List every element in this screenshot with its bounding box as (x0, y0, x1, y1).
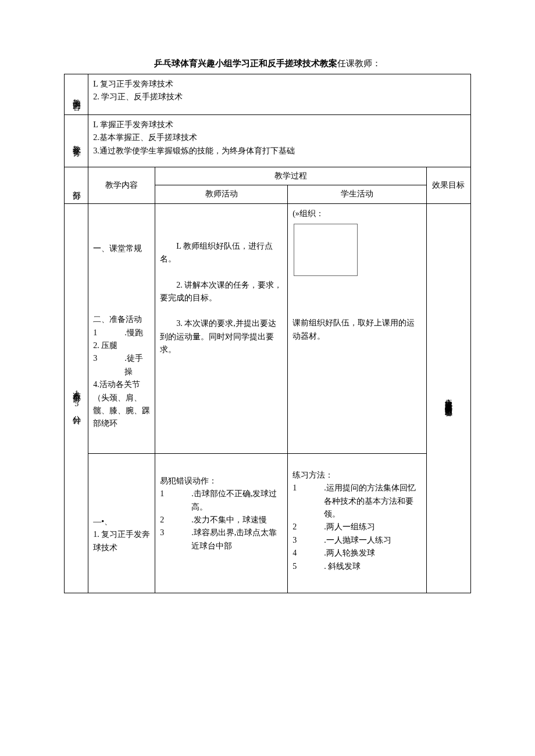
error-item: 2 .发力不集中，球速慢 (160, 514, 283, 526)
table-row: 教学任务 L 掌握正手发奔球技术 2.基本掌握正、反手搓球技术 3.通过教学使学… (65, 115, 471, 167)
task-line: 3.通过教学使学生掌握锻炼的技能，为终身体育打下基础 (93, 145, 466, 157)
prep-section-label: 准备部分15分钟 (65, 203, 88, 593)
org-label: (»组织： (293, 207, 422, 220)
lesson-plan-table: 教学内容 L 复习正手发奔球技术 2. 学习正、反手搓球技术 教学任务 L 掌握… (64, 74, 471, 593)
practice-item: 3 .一人抛球一人练习 (293, 534, 422, 547)
table-row: 准备部分15分钟 一、课堂常规 二、准备活动 1 .慢跑 2. 压腿 3 .徒手… (65, 203, 471, 453)
table-row: —•、 1. 复习正手发奔球技术 易犯错误动作： 1 .击球部位不正确,发球过高… (65, 453, 471, 593)
main-teacher-cell: 易犯错误动作： 1 .击球部位不正确,发球过高。 2 .发力不集中，球速慢 3 … (155, 453, 288, 593)
label-student-activity: 学生活动 (288, 185, 427, 203)
main-heading: —•、 (93, 515, 150, 528)
content-line: L 复习正手发奔球技术 (93, 78, 466, 91)
label-teacher-activity: 教师活动 (155, 185, 288, 203)
prep-content-cell: 一、课堂常规 二、准备活动 1 .慢跑 2. 压腿 3 .徒手操 4.活动各关节… (88, 203, 155, 453)
prep-teacher-cell: L 教师组织好队伍，进行点名。 2. 讲解本次课的任务，要求，要完成的目标。 3… (155, 203, 288, 453)
prep-item: 一、课堂常规 (93, 242, 150, 255)
formation-diagram (294, 224, 358, 276)
document-title: 乒乓球体育兴趣小组学习正和反手搓球技术教案任课教师： (64, 58, 471, 69)
label-section: 部分 (65, 167, 88, 204)
title-text: 乒乓球体育兴趣小组学习正和反手搓球技术教案 (154, 59, 337, 68)
teaching-task-cell: L 掌握正手发奔球技术 2.基本掌握正、反手搓球技术 3.通过教学使学生掌握锻炼… (88, 115, 471, 167)
main-item: 1. 复习正手发奔球技术 (93, 528, 150, 554)
label-effect: 效果目标 (426, 167, 470, 204)
teacher-para: 2. 讲解本次课的任务，要求，要完成的目标。 (160, 279, 283, 305)
teacher-label: 任课教师： (337, 59, 381, 68)
error-heading: 易犯错误动作： (160, 475, 283, 488)
practice-item: 5 . 斜线发球 (293, 560, 422, 573)
label-teaching-content: 教学内容 (65, 74, 88, 115)
practice-item: 4 .两人轮换发球 (293, 547, 422, 560)
practice-item: 1 .运用提问的方法集体回忆各种技术的基本方法和要领。 (293, 482, 422, 521)
content-line: 2. 学习正、反手搓球技术 (93, 91, 466, 103)
label-teaching-task: 教学任务 (65, 115, 88, 167)
label-teaching-content2: 教学内容 (88, 167, 155, 204)
task-line: 2.基本掌握正、反手搓球技术 (93, 131, 466, 144)
teacher-para: L 教师组织好队伍，进行点名。 (160, 240, 283, 266)
task-line: L 掌握正手发奔球技术 (93, 119, 466, 131)
prep-item: 2. 压腿 (93, 339, 150, 352)
teaching-content-cell: L 复习正手发奔球技术 2. 学习正、反手搓球技术 (88, 74, 471, 115)
table-row: 部分 教学内容 教学过程 效果目标 (65, 167, 471, 185)
main-student-cell: 练习方法： 1 .运用提问的方法集体回忆各种技术的基本方法和要领。 2 .两人一… (288, 453, 427, 593)
prep-item: 3 .徒手操 (93, 352, 150, 378)
prep-item: 二、准备活动 (93, 313, 150, 326)
teacher-para: 3. 本次课的要求,并提出要达到的运动量。同时对同学提出要求。 (160, 317, 283, 356)
student-desc: 课前组织好队伍，取好上课用的运动器材。 (293, 317, 422, 343)
table-row: 教学内容 L 复习正手发奔球技术 2. 学习正、反手搓球技术 (65, 74, 471, 115)
error-item: 3 .球容易出界,击球点太靠近球台中部 (160, 526, 283, 553)
error-item: 1 .击球部位不正确,发球过高。 (160, 488, 283, 514)
prep-item: 1 .慢跑 (93, 327, 150, 339)
practice-heading: 练习方法： (293, 469, 422, 482)
label-process: 教学过程 (155, 167, 427, 185)
main-content-cell: —•、 1. 复习正手发奔球技术 (88, 453, 155, 593)
prep-item: 4.活动各关节（头颈、肩、髋、膝、腕、踝部绕环 (93, 378, 150, 431)
prep-student-cell: (»组织： 课前组织好队伍，取好上课用的运动器材。 (288, 203, 427, 453)
practice-item: 2 .两人一组练习 (293, 521, 422, 533)
prep-effect: 合伍夫真讲好课心准集队要认听做上的理备 (426, 203, 470, 593)
